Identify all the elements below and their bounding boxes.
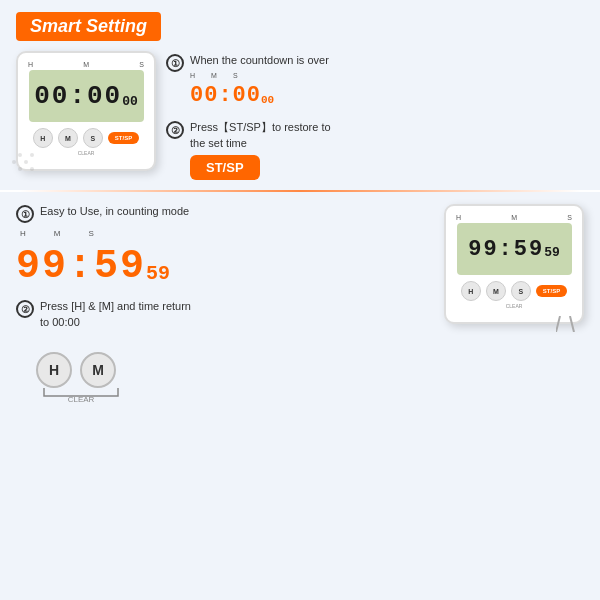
device-buttons-bottom: H M S ST/SP	[461, 281, 567, 301]
instruction-1-top: ① When the countdown is over H M S 00:00	[166, 53, 584, 112]
circle-2-bottom: ②	[16, 300, 34, 318]
s-label-r: S	[567, 214, 572, 221]
device-buttons-top: H M S ST/SP	[33, 128, 139, 148]
large-labels: H M S	[16, 229, 434, 238]
inst1-text: When the countdown is over	[190, 53, 329, 68]
time-display-top: 00:00	[34, 81, 122, 111]
instruction-2-content: Press【ST/SP】to restore to the set time S…	[190, 120, 331, 180]
circle-1-top: ①	[166, 54, 184, 72]
time-small-top: 00	[122, 94, 138, 109]
svg-line-7	[556, 316, 560, 332]
device-label-row-bottom: H M S	[456, 214, 572, 221]
s-btn-right[interactable]: S	[511, 281, 531, 301]
bottom-section: ① Easy to Use, in counting mode H M S 99…	[0, 192, 600, 600]
countdown-display-wrap: H M S 00:00 00	[190, 72, 329, 108]
lrg-m-label: M	[54, 229, 61, 238]
device-clear-top: CLEAR	[78, 150, 95, 156]
large-orange-time: 99:59 59	[16, 244, 434, 289]
circle-2-top: ②	[166, 121, 184, 139]
cnt-h-label: H	[190, 72, 195, 79]
countdown-time: 00:00 00	[190, 83, 329, 108]
timer-device-top: H M S 00:00 00 H M S ST/SP CLEAR	[16, 51, 156, 171]
cnt-m-label: M	[211, 72, 217, 79]
screen-inner-bottom: 99:59 59	[468, 237, 560, 262]
svg-text:CLEAR: CLEAR	[68, 395, 95, 404]
stsp-badge-wrap: ST/SP	[190, 151, 331, 180]
device-clear-bottom: CLEAR	[506, 303, 523, 309]
stsp-btn-right[interactable]: ST/SP	[536, 285, 567, 297]
inst2-line2: the set time	[190, 136, 331, 151]
deco-dots-tl	[10, 147, 40, 177]
top-content: H M S 00:00 00 H M S ST/SP CLEAR	[16, 51, 584, 180]
h-label-r: H	[456, 214, 461, 221]
s-label: S	[139, 61, 144, 68]
instruction-1-text-top: When the countdown is over H M S 00:00 0…	[190, 53, 329, 112]
hm-buttons-wrap: H M CLEAR	[36, 344, 434, 388]
lrg-s-label: S	[88, 229, 93, 238]
bracket-svg: CLEAR	[36, 388, 126, 402]
h-btn-bottom[interactable]: H	[36, 352, 72, 388]
instruction-1-bottom: ① Easy to Use, in counting mode	[16, 204, 434, 223]
h-btn-right[interactable]: H	[461, 281, 481, 301]
large-orange-small: 59	[146, 262, 170, 285]
instructions-left: ① Easy to Use, in counting mode H M S 99…	[16, 204, 434, 388]
time-small-bottom: 59	[544, 245, 560, 260]
m-btn-top[interactable]: M	[58, 128, 78, 148]
bottom-content: ① Easy to Use, in counting mode H M S 99…	[16, 204, 584, 388]
countdown-digits: 00:00	[190, 83, 261, 108]
h-btn-top[interactable]: H	[33, 128, 53, 148]
inst1-bottom-content: Easy to Use, in counting mode	[40, 204, 189, 219]
cnt-s-label: S	[233, 72, 238, 79]
inst2-bottom-line1: Press [H] & [M] and time return	[40, 299, 191, 314]
stsp-display-badge: ST/SP	[190, 155, 260, 180]
m-label-r: M	[511, 214, 517, 221]
screen-inner-top: 00:00 00	[34, 81, 138, 111]
svg-line-8	[570, 316, 574, 332]
large-orange-digits: 99:59	[16, 244, 146, 289]
device-screen-bottom: 99:59 59	[457, 223, 572, 275]
stand-svg	[556, 316, 576, 332]
time-display-bottom: 99:59	[468, 237, 544, 262]
circle-1-bottom: ①	[16, 205, 34, 223]
top-section: Smart Setting H M S 00:00 00 H	[0, 0, 600, 190]
main-container: Smart Setting H M S 00:00 00 H	[0, 0, 600, 600]
inst2-bottom-line2: to 00:00	[40, 315, 191, 330]
inst2-line1: Press【ST/SP】to restore to	[190, 120, 331, 135]
m-btn-right[interactable]: M	[486, 281, 506, 301]
s-btn-top[interactable]: S	[83, 128, 103, 148]
device-screen-top: 00:00 00	[29, 70, 144, 122]
timer-device-bottom: H M S 99:59 59 H M S ST/SP CLEAR	[444, 204, 584, 324]
instruction-2-bottom: ② Press [H] & [M] and time return to 00:…	[16, 299, 434, 330]
hm-buttons: H M	[36, 352, 434, 388]
svg-point-4	[30, 153, 34, 157]
instructions-right: ① When the countdown is over H M S 00:00	[166, 51, 584, 180]
h-label: H	[28, 61, 33, 68]
large-time-wrap: H M S 99:59 59	[16, 229, 434, 293]
device-label-row-top: H M S	[28, 61, 144, 68]
svg-point-1	[18, 153, 22, 157]
instruction-2-top: ② Press【ST/SP】to restore to the set time…	[166, 120, 584, 180]
inst2-bottom-content: Press [H] & [M] and time return to 00:00	[40, 299, 191, 330]
m-label: M	[83, 61, 89, 68]
smart-setting-badge: Smart Setting	[16, 12, 584, 51]
countdown-small: 00	[261, 94, 274, 106]
countdown-labels: H M S	[190, 72, 329, 79]
inst1-bottom-text: Easy to Use, in counting mode	[40, 204, 189, 219]
lrg-h-label: H	[20, 229, 26, 238]
svg-point-2	[18, 167, 22, 171]
svg-point-3	[24, 160, 28, 164]
stsp-btn-top[interactable]: ST/SP	[108, 132, 139, 144]
svg-point-5	[30, 167, 34, 171]
m-btn-bottom[interactable]: M	[80, 352, 116, 388]
svg-point-0	[12, 160, 16, 164]
